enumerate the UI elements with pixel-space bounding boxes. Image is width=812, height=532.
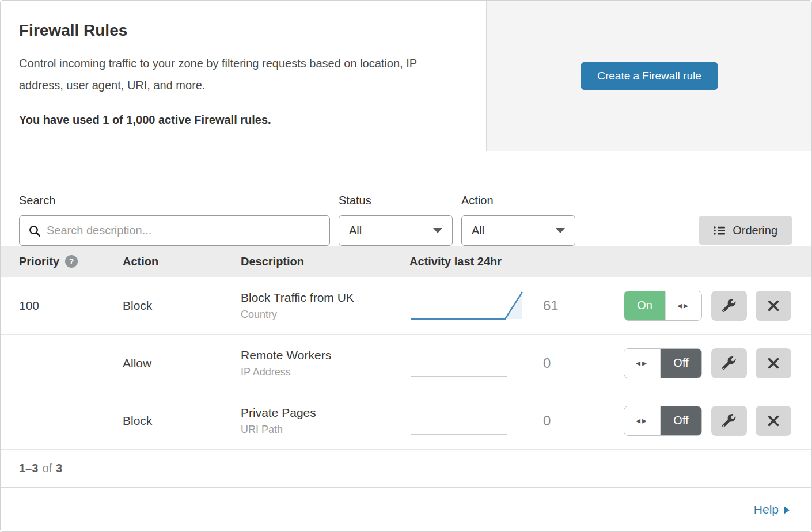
close-icon <box>767 299 780 312</box>
action-label: Action <box>461 194 575 207</box>
list-icon <box>714 226 726 235</box>
rule-priority: 100 <box>19 299 123 313</box>
toggle-arrows-icon: ◂▸ <box>624 406 661 435</box>
arrow-right-icon <box>784 506 790 514</box>
search-field-group: Search <box>19 194 330 246</box>
wrench-icon <box>722 356 736 370</box>
delete-rule-button[interactable] <box>756 348 791 378</box>
toggle-state-label: Off <box>661 406 701 435</box>
pagination-range: 1–3 <box>19 462 38 475</box>
search-icon <box>28 225 41 237</box>
activity-sparkline <box>409 347 525 380</box>
rule-description-title: Private Pages <box>241 406 409 420</box>
help-icon[interactable]: ? <box>65 255 78 268</box>
toggle-arrows-icon: ◂▸ <box>624 349 661 378</box>
activity-count: 0 <box>543 413 551 429</box>
table-row: 100 Block Block Traffic from UK Country … <box>1 277 811 335</box>
status-select[interactable]: All <box>339 215 453 246</box>
intro-panel: Firewall Rules Control incoming traffic … <box>1 1 487 151</box>
help-bar: Help <box>1 488 811 531</box>
column-header-priority: Priority ? <box>19 255 123 268</box>
pagination-of: of <box>42 462 52 475</box>
table-row: Allow Remote Workers IP Address 0 Off ◂▸ <box>1 335 811 392</box>
page-description: Control incoming traffic to your zone by… <box>19 52 457 96</box>
status-field-group: Status All <box>339 194 453 246</box>
page-title: Firewall Rules <box>19 21 468 40</box>
help-link[interactable]: Help <box>754 503 790 516</box>
search-input[interactable] <box>19 215 330 246</box>
rule-activity: 0 <box>409 404 624 438</box>
delete-rule-button[interactable] <box>756 291 791 321</box>
rule-action: Block <box>123 414 241 428</box>
action-select-value: All <box>472 224 484 237</box>
rule-activity: 61 <box>409 289 624 322</box>
rule-type: IP Address <box>241 366 409 378</box>
rule-action: Allow <box>123 356 241 370</box>
rule-type: Country <box>241 309 409 321</box>
rule-controls: Off ◂▸ <box>624 406 791 436</box>
action-select[interactable]: All <box>461 215 575 246</box>
wrench-icon <box>722 414 736 428</box>
create-firewall-rule-button[interactable]: Create a Firewall rule <box>581 62 718 90</box>
usage-note: You have used 1 of 1,000 active Firewall… <box>19 113 468 127</box>
edit-rule-button[interactable] <box>711 406 747 436</box>
create-rule-panel: Create a Firewall rule <box>487 1 811 151</box>
column-header-description: Description <box>241 255 409 268</box>
search-label: Search <box>19 194 330 207</box>
close-icon <box>767 415 780 427</box>
action-field-group: Action All <box>461 194 575 246</box>
activity-sparkline <box>409 404 525 438</box>
column-header-activity: Activity last 24hr <box>409 255 791 268</box>
search-input-field[interactable] <box>47 224 322 237</box>
activity-count: 0 <box>543 355 551 371</box>
rule-activity: 0 <box>409 347 624 380</box>
top-section: Firewall Rules Control incoming traffic … <box>1 1 811 151</box>
rule-description-title: Block Traffic from UK <box>241 291 409 305</box>
column-header-action: Action <box>123 255 241 268</box>
enable-toggle[interactable]: Off ◂▸ <box>624 406 702 436</box>
rule-description: Block Traffic from UK Country <box>241 291 409 321</box>
status-label: Status <box>339 194 453 207</box>
enable-toggle[interactable]: On ◂▸ <box>624 291 702 321</box>
ordering-button[interactable]: Ordering <box>699 216 792 245</box>
edit-rule-button[interactable] <box>711 348 747 378</box>
table-header: Priority ? Action Description Activity l… <box>1 246 811 277</box>
delete-rule-button[interactable] <box>756 406 791 436</box>
activity-count: 61 <box>543 298 559 314</box>
rule-description: Remote Workers IP Address <box>241 348 409 378</box>
status-select-value: All <box>349 224 362 237</box>
filters-bar: Search Status All Action All <box>1 151 811 246</box>
priority-header-label: Priority <box>19 255 59 268</box>
rule-description-title: Remote Workers <box>241 348 409 362</box>
toggle-state-label: Off <box>661 349 701 378</box>
rule-action: Block <box>123 299 241 313</box>
chevron-down-icon <box>556 228 565 233</box>
rule-description: Private Pages URI Path <box>241 406 409 436</box>
ordering-button-label: Ordering <box>733 224 777 237</box>
rule-controls: On ◂▸ <box>624 291 791 321</box>
enable-toggle[interactable]: Off ◂▸ <box>624 348 702 378</box>
toggle-state-label: On <box>624 291 665 320</box>
toggle-arrows-icon: ◂▸ <box>665 291 701 320</box>
chevron-down-icon <box>433 228 442 233</box>
activity-sparkline <box>409 289 525 322</box>
wrench-icon <box>722 299 736 313</box>
edit-rule-button[interactable] <box>711 291 747 321</box>
help-link-label: Help <box>754 503 779 516</box>
pagination: 1–3 of 3 <box>1 450 811 488</box>
table-row: Block Private Pages URI Path 0 Off ◂▸ <box>1 392 811 450</box>
pagination-total: 3 <box>56 462 62 475</box>
rule-type: URI Path <box>241 424 409 436</box>
firewall-rules-page: Firewall Rules Control incoming traffic … <box>0 0 812 532</box>
rule-controls: Off ◂▸ <box>624 348 791 378</box>
close-icon <box>767 357 780 370</box>
